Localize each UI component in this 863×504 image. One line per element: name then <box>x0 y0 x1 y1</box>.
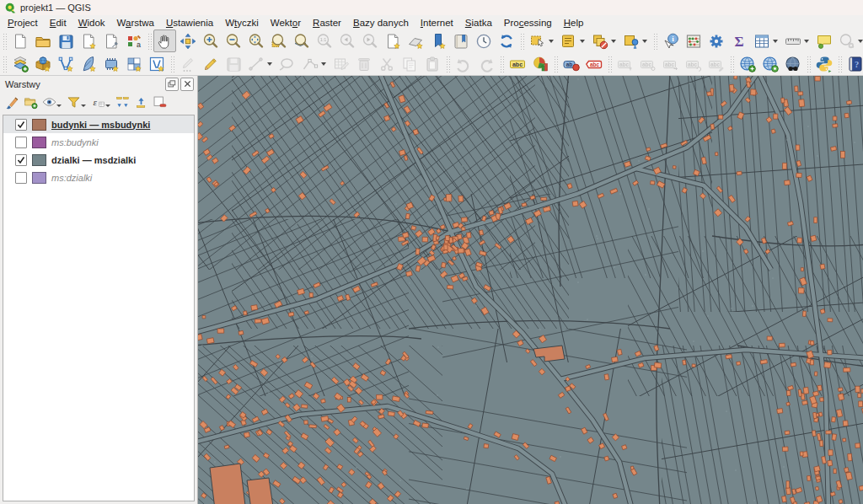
toolbar-grip[interactable] <box>170 56 174 72</box>
deselect-features-dropdown[interactable] <box>611 40 616 43</box>
metasearch-add-service-button[interactable] <box>736 52 758 75</box>
show-spatial-bookmarks-button[interactable] <box>449 29 472 52</box>
add-spatialite-layer-button[interactable] <box>77 52 99 75</box>
temporal-controller-button[interactable] <box>472 29 495 52</box>
toolbar-grip[interactable] <box>446 56 450 72</box>
add-feature-dropdown[interactable] <box>267 62 272 66</box>
help-contents-button[interactable]: ? <box>844 52 863 75</box>
toolbar-grip[interactable] <box>838 56 842 72</box>
menu-item-raster[interactable]: Raster <box>307 17 347 29</box>
layer-labeling-options-button[interactable]: abc <box>506 52 528 75</box>
processing-toolbox-button[interactable] <box>705 29 727 52</box>
add-wfs-layer-button[interactable] <box>145 52 168 75</box>
menu-item-siatka[interactable]: Siatka <box>459 17 498 29</box>
open-attribute-table-button[interactable] <box>750 29 773 52</box>
show-statistical-summary-button[interactable]: Σ <box>727 29 750 52</box>
filter-legend-dropdown[interactable] <box>81 105 86 107</box>
layout-manager-button[interactable] <box>99 29 122 52</box>
layer-checkbox[interactable] <box>15 154 27 166</box>
new-project-button[interactable] <box>8 29 31 52</box>
select-features-dropdown[interactable] <box>549 40 554 43</box>
add-delimited-text-layer-button[interactable] <box>54 52 77 75</box>
locator-search-button[interactable] <box>835 29 858 52</box>
save-project-button[interactable] <box>54 29 77 52</box>
manage-map-themes-dropdown[interactable] <box>56 105 62 107</box>
zoom-in-button[interactable] <box>199 29 222 52</box>
rotate-label-button[interactable]: abc <box>682 52 705 75</box>
measure-line-button[interactable] <box>781 29 804 52</box>
layer-checkbox[interactable] <box>15 137 27 148</box>
add-group-button[interactable] <box>21 94 40 112</box>
delete-selected-button[interactable] <box>352 52 375 75</box>
collapse-all-button[interactable] <box>131 94 150 112</box>
zoom-native-button[interactable]: 1:1 <box>313 29 335 52</box>
layer-checkbox[interactable] <box>15 172 27 184</box>
expand-all-button[interactable] <box>113 94 131 112</box>
open-layer-styling-button[interactable] <box>3 94 21 112</box>
menu-item-wektor[interactable]: Wektor <box>265 17 307 29</box>
statistical-summary-button[interactable] <box>682 29 705 52</box>
zoom-out-button[interactable] <box>222 29 244 52</box>
python-console-button[interactable] <box>812 52 835 75</box>
new-print-layout-button[interactable] <box>77 29 99 52</box>
vertex-tool-button[interactable] <box>298 52 321 75</box>
cut-features-button[interactable] <box>375 52 398 75</box>
select-features-by-value-button[interactable] <box>557 29 580 52</box>
paste-features-button[interactable] <box>421 52 443 75</box>
remove-layer-button[interactable] <box>150 94 169 112</box>
layer-checkbox[interactable] <box>15 119 27 131</box>
menu-item-ustawienia[interactable]: Ustawienia <box>160 17 219 29</box>
undo-button[interactable] <box>452 52 474 75</box>
current-edits-button[interactable] <box>176 52 199 75</box>
layer-diagram-options-button[interactable] <box>528 52 551 75</box>
toolbar-grip[interactable] <box>653 33 657 50</box>
menu-item-processing[interactable]: Processing <box>498 17 558 29</box>
menu-item-internet[interactable]: Internet <box>415 17 459 29</box>
zoom-to-selection-button[interactable] <box>267 29 290 52</box>
select-features-button[interactable] <box>526 29 549 52</box>
zoom-full-button[interactable] <box>244 29 267 52</box>
map-canvas[interactable] <box>198 76 863 504</box>
highlight-pinned-labels-button[interactable]: ab <box>560 52 582 75</box>
add-feature-button[interactable] <box>244 52 267 75</box>
open-attribute-table-dropdown[interactable] <box>773 40 778 43</box>
pan-map-button[interactable] <box>153 29 176 52</box>
zoom-last-button[interactable] <box>335 29 358 52</box>
toolbar-grip[interactable] <box>608 56 612 72</box>
change-label-properties-button[interactable]: abc <box>705 52 727 75</box>
toggle-label-rendering-button[interactable]: abc <box>582 52 605 75</box>
toolbar-grip[interactable] <box>807 56 811 72</box>
toolbar-grip[interactable] <box>3 33 7 50</box>
menu-item-widok[interactable]: Widok <box>72 17 111 29</box>
measure-line-dropdown[interactable] <box>804 40 809 43</box>
deselect-features-button[interactable] <box>588 29 611 52</box>
toolbar-grip[interactable] <box>3 56 7 72</box>
toolbar-grip[interactable] <box>520 33 524 50</box>
refresh-map-button[interactable] <box>495 29 517 52</box>
toolbar-grip[interactable] <box>147 33 152 50</box>
new-3d-map-view-button[interactable] <box>404 29 426 52</box>
layer-row-3[interactable]: ms:dzialki <box>3 169 194 186</box>
filter-by-expression-button[interactable]: ε <box>88 94 107 112</box>
locator-search-dropdown[interactable] <box>858 40 863 43</box>
map-tips-button[interactable] <box>812 29 835 52</box>
move-label-button[interactable]: abc <box>659 52 682 75</box>
add-raster-layer-button[interactable] <box>122 52 145 75</box>
toolbar-grip[interactable] <box>730 56 734 72</box>
menu-item-bazy-danych[interactable]: Bazy danych <box>347 17 415 29</box>
new-map-view-button[interactable] <box>381 29 404 52</box>
menu-item-help[interactable]: Help <box>558 17 590 29</box>
toolbar-grip[interactable] <box>554 56 558 72</box>
float-panel-button[interactable] <box>165 78 179 91</box>
copy-features-button[interactable] <box>398 52 421 75</box>
toggle-editing-button[interactable] <box>199 52 222 75</box>
menu-item-warstwa[interactable]: Warstwa <box>111 17 160 29</box>
pan-to-selection-button[interactable] <box>176 29 199 52</box>
menu-item-edit[interactable]: Edit <box>44 17 72 29</box>
style-manager-button[interactable]: a <box>122 29 145 52</box>
metasearch-catalog-button[interactable] <box>758 52 781 75</box>
show-hide-labels-button[interactable]: abc <box>636 52 659 75</box>
new-spatial-bookmark-button[interactable] <box>426 29 449 52</box>
layer-row-0[interactable]: budynki — msbudynki <box>3 115 194 133</box>
move-feature-button[interactable] <box>276 52 298 75</box>
